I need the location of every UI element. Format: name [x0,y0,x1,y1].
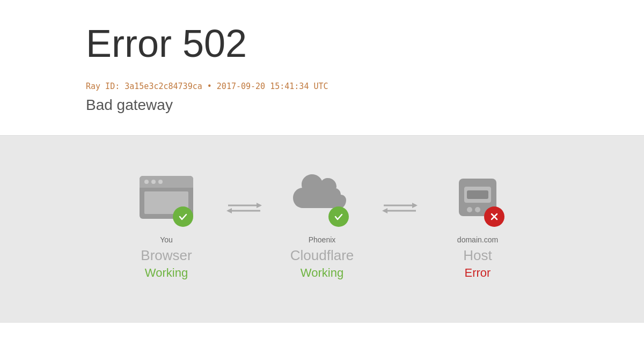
cloudflare-status-badge [328,206,349,227]
cloudflare-node-status: Working [301,266,343,280]
browser-icon-wrapper [134,168,199,227]
bottom-section: You Browser Working [0,136,644,323]
host-node: domain.com Host Error [424,168,531,280]
cloudflare-node: Phoenix Cloudflare Working [268,168,376,280]
host-node-name: domain.com [457,235,498,244]
bad-gateway-text: Bad gateway [86,97,558,114]
svg-marker-12 [412,203,418,208]
svg-rect-17 [467,190,488,199]
svg-point-3 [144,180,149,184]
host-node-type: Host [463,247,492,264]
svg-marker-8 [257,203,262,208]
ray-id-label: Ray ID: [86,82,125,91]
svg-marker-10 [226,208,232,213]
svg-point-4 [151,180,156,184]
browser-node-name: You [160,235,173,244]
error-title: Error 502 [86,21,558,65]
host-node-status: Error [465,266,491,280]
browser-node-status: Working [145,266,188,280]
top-section: Error 502 Ray ID: 3a15e3c2c84739ca • 201… [0,0,644,135]
svg-point-5 [158,180,163,184]
ray-id-line: Ray ID: 3a15e3c2c84739ca • 2017-09-20 15… [86,82,558,91]
svg-marker-14 [382,208,387,213]
arrow-2 [376,200,424,216]
browser-node-type: Browser [141,247,192,264]
cloudflare-icon-wrapper [290,168,354,227]
browser-node: You Browser Working [113,168,220,280]
host-icon-wrapper [445,168,510,227]
cloudflare-node-type: Cloudflare [290,247,354,264]
arrow-1 [220,200,268,216]
ray-id-timestamp: 2017-09-20 15:41:34 UTC [217,82,328,91]
svg-point-18 [467,207,472,212]
status-diagram: You Browser Working [113,168,531,280]
ray-id-separator: • [207,82,217,91]
cloudflare-node-name: Phoenix [309,235,336,244]
host-status-badge [484,206,504,227]
browser-status-badge [173,206,193,227]
svg-point-19 [475,207,480,212]
ray-id-value: 3a15e3c2c84739ca [125,82,207,91]
